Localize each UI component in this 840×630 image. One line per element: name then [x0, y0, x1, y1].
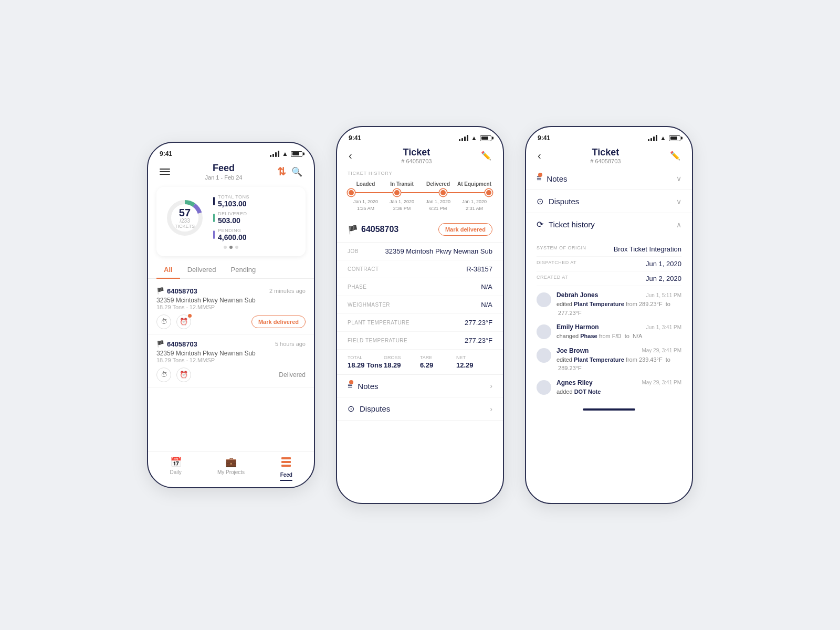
ticket-subtitle-3: # 64058703 — [590, 158, 621, 164]
feed-item-2-meta: 18.29 Tons · 12.MMSP — [156, 357, 306, 363]
dispatched-row: DISPATCHED AT Jun 1, 2020 — [537, 257, 681, 271]
history-body-3: Agnes Riley May 29, 3:41 PM added DOT No… — [556, 379, 681, 396]
b2 — [461, 138, 463, 141]
edit-button-2[interactable]: ✏️ — [481, 151, 491, 161]
phone-ticket-history: 9:41 ▲ ‹ Ticket # 64058703 — [525, 126, 693, 504]
accordion-disputes-3[interactable]: ⊙ Disputes ∨ — [526, 190, 692, 213]
feed-item-1-meta: 18.29 Tons · 12.MMSP — [156, 304, 306, 310]
dispute-icon-1[interactable]: ⏰ — [176, 314, 191, 329]
disputes-label-3: Disputes — [549, 197, 579, 206]
timeline-dot-3 — [439, 189, 447, 196]
tab-delivered[interactable]: Delivered — [180, 261, 224, 279]
feed-title: Feed — [205, 163, 243, 174]
net-label: NET — [456, 355, 492, 360]
header-actions: ⇅ 🔍 — [277, 165, 302, 178]
mark-delivered-btn-ticket[interactable]: Mark delivered — [438, 223, 492, 236]
bar2 — [272, 154, 274, 157]
feed-nav-label: Feed — [280, 472, 292, 478]
accordion-history-3[interactable]: ⟳ Ticket history ∧ — [526, 213, 692, 236]
date-3: Jan 1, 20206:21 PM — [420, 198, 456, 212]
nav-projects[interactable]: 💼 My Projects — [203, 456, 258, 481]
field-contract: CONTRACT R-38157 — [337, 260, 503, 278]
notes-dot-3 — [538, 173, 542, 177]
search-icon[interactable]: 🔍 — [291, 166, 302, 177]
pending-info: PENDING 4,600.00 — [218, 228, 247, 242]
feed-item-2-addr: 32359 Mcintosh Pkwy Newnan Sub — [156, 350, 306, 357]
mark-delivered-btn-1[interactable]: Mark delivered — [251, 316, 306, 328]
notes-chevron-2[interactable]: › — [490, 382, 492, 390]
desc-3: added DOT Note — [556, 387, 681, 396]
c2 — [650, 138, 652, 141]
notes-dot-2 — [349, 380, 353, 384]
time-3: May 29, 3:41 PM — [642, 380, 681, 385]
total-label: TOTAL — [348, 355, 384, 360]
desc-0: edited Plant Temperature from 289.23°F t… — [556, 300, 681, 317]
net-value: 12.29 — [456, 361, 492, 369]
history-section: SYSTEM OF ORIGIN Brox Ticket Integration… — [526, 236, 692, 402]
phase-value: N/A — [481, 283, 492, 291]
history-entry-1: Emily Harmon Jun 1, 3:41 PM changed Phas… — [537, 323, 681, 341]
back-button-3[interactable]: ‹ — [538, 150, 541, 162]
edit-button-3[interactable]: ✏️ — [670, 151, 680, 161]
stage-transit: In Transit — [384, 181, 420, 187]
history-entry-3: Agnes Riley May 29, 3:41 PM added DOT No… — [537, 379, 681, 396]
history-icon-1[interactable]: ⏱ — [156, 314, 171, 329]
field-temp-label: FIELD TEMPERATURE — [348, 338, 407, 343]
weighmaster-value: N/A — [481, 301, 492, 309]
tare-cell: TARE 6.29 — [420, 355, 456, 369]
name-row-1: Emily Harmon Jun 1, 3:41 PM — [556, 323, 681, 331]
sort-icon[interactable]: ⇅ — [277, 165, 286, 178]
contract-value: R-38157 — [466, 265, 492, 273]
history-body-1: Emily Harmon Jun 1, 3:41 PM changed Phas… — [556, 323, 681, 341]
phone1-content: Feed Jan 1 - Feb 24 ⇅ 🔍 — [148, 158, 314, 487]
disputes-chevron-3[interactable]: ∨ — [676, 197, 681, 206]
accordion-notes-2[interactable]: ≡ Notes › — [337, 375, 503, 397]
avatar-0 — [537, 292, 551, 307]
history-label-3: Ticket history — [549, 220, 595, 229]
ticket-id-row: 🏴 64058703 Mark delivered — [337, 217, 503, 243]
history-chevron-3[interactable]: ∧ — [676, 220, 681, 229]
accordion-notes-3[interactable]: ≡ Notes ∨ — [526, 167, 692, 190]
disputes-chevron-2[interactable]: › — [490, 405, 492, 413]
accordion-disputes-2[interactable]: ⊙ Disputes › — [337, 397, 503, 421]
tab-all[interactable]: All — [156, 261, 180, 279]
accordion-disputes-2-left: ⊙ Disputes — [348, 404, 390, 414]
history-icon-2[interactable]: ⏱ — [156, 368, 171, 382]
delivered-label: DELIVERED — [218, 211, 247, 216]
ticket-fields: JOB 32359 Mcintosh Pkwy Newnan Sub CONTR… — [337, 243, 503, 350]
dispatched-value: Jun 1, 2020 — [646, 260, 681, 268]
name-row-3: Agnes Riley May 29, 3:41 PM — [556, 379, 681, 386]
history-body-0: Debrah Jones Jun 1, 5:11 PM edited Plant… — [556, 291, 681, 317]
notes-icon-3: ≡ — [537, 174, 541, 183]
battery-fill-1 — [292, 152, 300, 155]
nav-daily[interactable]: 📅 Daily — [148, 456, 203, 481]
avatar-2 — [537, 348, 551, 363]
phone-feed: 9:41 ▲ — [147, 142, 315, 488]
dot-2 — [229, 246, 233, 249]
timeline-dot-2 — [393, 189, 401, 196]
dot-3 — [235, 246, 238, 249]
b3 — [464, 136, 466, 141]
back-button-2[interactable]: ‹ — [349, 150, 352, 162]
ticket-title-block-2: Ticket # 64058703 — [401, 147, 432, 164]
status-bar-2: 9:41 ▲ — [337, 127, 503, 142]
disputes-label-2: Disputes — [360, 404, 390, 413]
accordion-disputes-3-left: ⊙ Disputes — [537, 196, 579, 206]
name-2: Joe Brown — [556, 347, 589, 354]
tab-pending[interactable]: Pending — [224, 261, 264, 279]
desc-2: edited Plant Temperature from 239.43°F t… — [556, 355, 681, 373]
pending-bar — [213, 230, 215, 239]
feed-item-1-id: 🏴 64058703 — [156, 287, 197, 295]
menu-icon[interactable] — [160, 169, 170, 175]
pending-row: PENDING 4,600.00 — [213, 228, 249, 242]
date-4: Jan 1, 20202:31 AM — [456, 198, 492, 212]
nav-feed[interactable]: Feed — [259, 456, 314, 481]
notes-chevron-3[interactable]: ∨ — [676, 174, 681, 183]
menu-line — [160, 174, 170, 175]
ticket-header-3: ‹ Ticket # 64058703 ✏️ — [526, 142, 692, 167]
system-origin-label: SYSTEM OF ORIGIN — [537, 245, 586, 253]
dispute-icon-2[interactable]: ⏰ — [176, 368, 191, 382]
wifi-icon-1: ▲ — [282, 150, 288, 158]
svg-rect-3 — [281, 457, 291, 459]
feed-item-1: 🏴 64058703 2 minutes ago 32359 Mcintosh … — [148, 282, 314, 335]
